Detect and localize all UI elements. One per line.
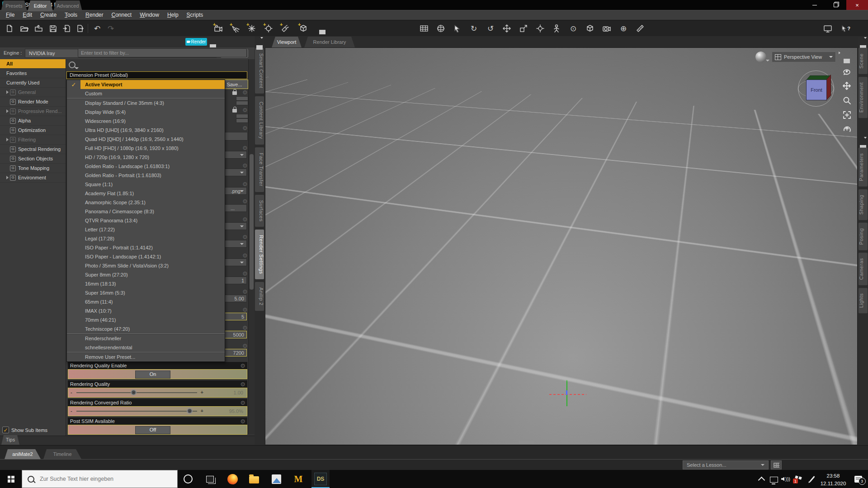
preset-menu-item[interactable]: ✓ Letter (17:22) — [67, 225, 225, 234]
category-item[interactable]: G All — [0, 59, 66, 69]
zoom-camera-icon[interactable] — [841, 95, 852, 106]
preset-menu-item[interactable]: ✓ Remove User Preset... — [67, 352, 225, 361]
param-gear-icon[interactable]: ⚙ — [242, 271, 248, 277]
sphere-grid-icon[interactable] — [435, 23, 447, 34]
category-item[interactable]: G Tone Mapping — [0, 164, 66, 173]
draw-style-sphere-icon[interactable] — [755, 52, 766, 62]
preset-menu-item[interactable]: ✓ Techniscope (47:20) — [67, 324, 225, 333]
scrollbar-thumb[interactable] — [250, 154, 254, 290]
preset-menu-item[interactable]: ✓ IMAX (10:7) — [67, 306, 225, 315]
preset-menu-item[interactable]: ✓ Super 8mm (27:20) — [67, 270, 225, 279]
geometry-editor-tool-icon[interactable] — [584, 23, 596, 34]
spin-box[interactable] — [236, 96, 248, 101]
param-gear-ic[interactable]: ⚙ — [240, 381, 245, 387]
expand-arrow-icon[interactable] — [6, 138, 9, 141]
panel-scrollbar[interactable] — [248, 59, 255, 434]
volume-icon[interactable]: ))) — [779, 473, 792, 485]
create-camera-icon[interactable]: + — [212, 23, 224, 34]
slider-minus[interactable]: - — [71, 408, 72, 413]
slider-knob[interactable] — [131, 389, 137, 395]
spin-box[interactable] — [236, 101, 248, 105]
category-item[interactable]: G Render Mode — [0, 97, 66, 107]
create-flashlight-icon[interactable]: + — [279, 23, 291, 34]
toggle-on-button[interactable]: On — [135, 371, 170, 379]
slider-control[interactable]: - + 1.00 — [68, 388, 247, 398]
tab-render-library[interactable]: Render Library — [304, 37, 355, 47]
slider-control[interactable]: - + 95.0% — [68, 406, 247, 416]
import-icon[interactable] — [61, 23, 72, 34]
param-gear-icon[interactable]: ⚙ — [242, 289, 248, 295]
param-gear-icon[interactable]: ⚙ — [242, 145, 248, 151]
spot-render-tool-icon[interactable] — [601, 23, 613, 34]
preset-menu-item[interactable]: ✓ 16mm (18:13) — [67, 279, 225, 288]
param-gear-icon[interactable]: ⚙ — [242, 163, 248, 169]
category-item[interactable]: G Optimization — [0, 126, 66, 135]
param-gear-icon[interactable]: ⚙ — [242, 307, 248, 313]
maximize-button[interactable] — [825, 0, 846, 10]
view-select[interactable]: Perspective View — [772, 52, 836, 62]
taskbar-search[interactable] — [22, 470, 178, 488]
preset-menu-item[interactable]: ✓ Golden Ratio - Portrait (1:1.61803) — [67, 171, 225, 180]
preset-menu-item[interactable]: ✓ Square (1:1) — [67, 180, 225, 189]
dock-tab[interactable]: Cameras — [859, 253, 868, 285]
tab-presets[interactable]: Presets — [1, 0, 27, 11]
filter-search-icon[interactable] — [69, 61, 75, 68]
scale-tool-icon[interactable] — [518, 23, 529, 34]
measure-tool-icon[interactable] — [634, 23, 646, 34]
menu-item[interactable]: Render — [81, 10, 107, 20]
preset-menu-item[interactable]: ✓ Display Wide (5:4) — [67, 108, 225, 117]
param-gear-icon[interactable]: ⚙ — [242, 125, 248, 131]
slider-plus[interactable]: + — [201, 389, 203, 395]
tips-tab[interactable]: Tips — [1, 435, 19, 445]
cube-front-face[interactable]: Front — [806, 80, 827, 100]
checkbox-checked-icon[interactable]: ✓ — [2, 427, 9, 433]
preset-menu-item[interactable]: ✓ Panorama / Cinemascope (8:3) — [67, 207, 225, 216]
dock-tab[interactable]: Lights — [859, 288, 868, 313]
param-gear-icon[interactable]: ⚙ — [242, 107, 248, 113]
close-button[interactable]: × — [846, 0, 868, 10]
category-item[interactable]: G General — [0, 88, 66, 97]
lock-icon[interactable] — [232, 91, 237, 95]
slider-track[interactable] — [76, 392, 197, 393]
category-item[interactable]: G Spectral Rendering — [0, 145, 66, 154]
menu-item[interactable]: Create — [36, 10, 61, 20]
preset-menu-item[interactable]: ✓ Renderschneller — [67, 333, 225, 343]
preset-menu-item[interactable]: ✓ QTVR Panorama (13:4) — [67, 216, 225, 225]
preset-menu-item[interactable]: ✓ Legal (17:28) — [67, 234, 225, 243]
open-file-icon[interactable] — [18, 23, 30, 34]
viewport-scrollbar-handle[interactable] — [519, 441, 535, 444]
menu-item[interactable]: Window — [136, 10, 163, 20]
param-gear-icon[interactable]: ⚙ — [242, 198, 248, 204]
dock-tab[interactable]: Render Settings — [255, 230, 264, 279]
toggle-off-button[interactable]: Off — [135, 426, 170, 434]
dock-tab[interactable]: Environment — [859, 77, 868, 118]
param-gear-icon[interactable]: ⚙ — [240, 363, 245, 369]
network-icon[interactable] — [768, 473, 780, 485]
menu-item[interactable]: Tools — [61, 10, 81, 20]
firefox-icon[interactable] — [226, 473, 239, 485]
dock-tab[interactable]: Posing — [859, 223, 868, 250]
whats-this-help-icon[interactable]: ? — [840, 23, 852, 34]
pan-camera-icon[interactable] — [841, 80, 852, 91]
start-button[interactable] — [0, 470, 22, 488]
show-sub-items[interactable]: ✓ Show Sub Items — [2, 427, 47, 433]
preset-menu-item[interactable]: ✓ HD / 720p (16:9, 1280 x 720) — [67, 153, 225, 162]
preset-menu-item[interactable]: ✓ Anamorphic Scope (2.35:1) — [67, 198, 225, 207]
preset-menu-item[interactable]: ✓ Golden Ratio - Landscape (1.61803:1) — [67, 162, 225, 171]
param-gear-icon[interactable]: ⚙ — [242, 325, 248, 331]
new-file-icon[interactable] — [4, 23, 15, 34]
photos-app-icon[interactable] — [270, 473, 283, 485]
param-gear-icon[interactable]: ⚙ — [240, 418, 245, 424]
tab-animate2[interactable]: aniMate2 — [5, 449, 41, 459]
dock-menu-icon[interactable] — [860, 140, 866, 145]
category-item[interactable]: G Section Objects — [0, 154, 66, 164]
open-recent-icon[interactable] — [33, 23, 44, 34]
dock-menu-icon[interactable] — [860, 40, 866, 45]
orbit-tool-icon[interactable]: ↺ — [485, 23, 496, 34]
preset-menu-item[interactable]: ✓ Super 16mm (5:3) — [67, 288, 225, 297]
panel-options-icon[interactable] — [210, 40, 216, 44]
lock-icon[interactable] — [232, 109, 237, 113]
preset-menu-item[interactable]: ✓ Full HD [FHD] / 1080p (16:9, 1920 x 10… — [67, 144, 225, 153]
dock-menu-icon[interactable] — [256, 40, 263, 45]
interactive-lessons-icon[interactable] — [822, 23, 834, 34]
